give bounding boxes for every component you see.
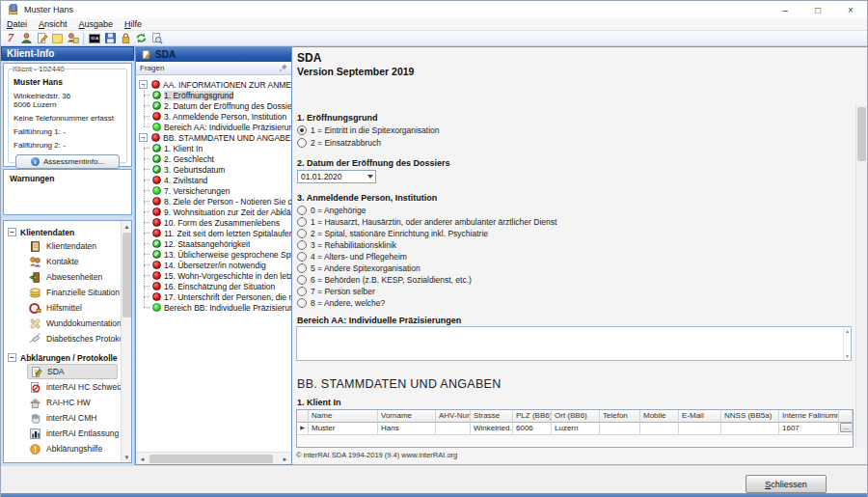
section-abklaerungen-protokolle[interactable]: − Abklärungen / Protokolle [4,351,131,364]
sidebar-item-interrai-hc-schweiz[interactable]: interRAI HC Schweiz [4,379,131,395]
sidebar-item-finanzielle-situation[interactable]: Finanzielle Situation [4,285,131,300]
sidebar-item-interrai-entlassung[interactable]: interRAI Entlassung [4,426,131,441]
save-icon[interactable] [102,31,118,45]
tree-item[interactable]: Bereich AA: Individuelle Präzisierungen [136,122,291,132]
schliessen-button[interactable]: Schliessen [746,475,827,493]
tree-item[interactable]: 12. Staatsangehörigkeit [136,238,291,249]
radio-icon[interactable] [297,275,307,285]
radio-icon[interactable] [297,217,307,227]
menu-datei[interactable]: Datei [1,19,33,29]
sidebar-item-klientendaten[interactable]: Klientendaten [4,238,131,254]
col-ahv[interactable]: AHV-Num... [436,410,471,423]
tree-item[interactable]: 3. Geburtsdatum [136,164,291,175]
q3-option-0[interactable]: 0 = Angehörige [297,206,366,215]
fragen-horizontal-scrollbar[interactable]: ◄ ► [136,452,291,464]
tree-item[interactable]: 7. Versicherungen [136,185,291,196]
collapse-icon[interactable]: − [8,353,16,362]
maximize-button[interactable]: □ [801,1,834,18]
section-pflegedaten[interactable]: − Pflegedaten [4,461,131,463]
collapse-icon[interactable]: − [8,228,16,236]
q3-option-4[interactable]: 4 = Alters- und Pflegeheim [297,252,407,262]
col-name[interactable]: Name [309,410,378,423]
form-scrollbar[interactable] [855,105,866,447]
sidebar-item-sda[interactable]: ✓ SDA [27,364,118,379]
radio-icon[interactable] [297,229,307,238]
q1-option-1[interactable]: 1 = Eintritt in die Spitexorganisation [297,125,439,135]
cell-ahv[interactable] [436,423,471,435]
q3-option-8[interactable]: 8 = Andere, welche? [297,298,385,308]
cell-email[interactable] [679,423,721,435]
col-email[interactable]: E-Mail [679,410,721,423]
q3-option-3[interactable]: 3 = Rehabilitationsklinik [297,240,396,250]
col-fallnummer[interactable]: Interne Fallnumm... [779,410,839,423]
cell-vorname[interactable]: Hans [378,423,436,435]
sidebar-item-interrai-cmh[interactable]: interRAI CMH [4,410,131,426]
scroll-down-icon[interactable]: ▼ [122,452,132,462]
lock-icon[interactable] [118,31,133,45]
pin-icon[interactable] [279,64,287,72]
scroll-left-icon[interactable]: ◄ [137,454,148,464]
person-icon[interactable] [18,31,34,45]
contact-badge-icon[interactable] [65,31,80,45]
tree-item[interactable]: 3. Anmeldende Person, Institution [136,111,291,122]
tree-item[interactable]: 15. Wohn-Vorgeschichte in den letzten 5 … [136,270,291,281]
q3-option-6[interactable]: 6 = Behörden (z.B. KESP, Sozialdienst, e… [297,275,472,285]
tree-item[interactable]: 16. Einschätzung der Situation [136,281,291,291]
ellipsis-button[interactable]: … [840,423,853,432]
tree-item[interactable]: 13. Üblicherweise gesprochene Sprache [136,249,291,260]
menu-ansicht[interactable]: Ansicht [33,19,73,29]
menu-hilfe[interactable]: Hilfe [119,19,148,29]
q3-option-2[interactable]: 2 = Spital, stationäre Einrichtung inkl.… [297,229,488,238]
cell-strasse[interactable]: Winkelried... [471,423,513,435]
sidebar-item-rai-hc-hw[interactable]: RAI-HC HW [4,395,131,410]
col-nnss[interactable]: NNSS (BB5a) [721,410,779,423]
cell-ort[interactable]: Luzern [552,423,600,435]
scroll-up-icon[interactable]: ▲ [122,221,132,232]
q3-option-5[interactable]: 5 = Andere Spitexorganisation [297,263,420,273]
tree-item[interactable]: 2. Geschlecht [136,153,291,164]
col-vorname[interactable]: Vorname [378,410,436,423]
radio-icon[interactable] [297,287,307,296]
textarea-scrollbar[interactable]: ▲▼ [843,327,851,360]
edit-document-icon[interactable] [34,31,49,45]
cell-name[interactable]: Muster [309,423,378,435]
sidebar-scrollbar[interactable]: ▲ ▼ [121,221,131,462]
radio-icon[interactable] [297,240,307,250]
tree-item[interactable]: Bereich BB: Individuelle Präzisierungen [136,302,291,313]
sidebar-item-abklaerungshilfe[interactable]: Abklärungshilfe [4,441,131,456]
minimize-button[interactable]: – [769,1,801,18]
table-row[interactable]: ▶ Muster Hans Winkelried... 6006 Luzern … [297,423,853,435]
tree-item[interactable]: 9. Wohnsituation zur Zeit der Abklärung [136,207,291,217]
cell-nnss[interactable] [721,423,779,435]
area-aa-textarea[interactable]: ▲▼ [296,326,852,361]
refresh-icon[interactable] [133,31,149,45]
radio-icon[interactable] [297,252,307,262]
tree-group[interactable]: −AA. INFORMATIONEN ZUR ANMELDUNG [136,79,291,90]
col-ort[interactable]: Ort (BB6) [552,410,600,423]
tree-item[interactable]: 11. Zeit seit dem letzten Spitalaufentha… [136,228,291,238]
radio-icon[interactable] [297,298,307,308]
col-mobile[interactable]: Mobile [640,410,679,423]
scroll-right-icon[interactable]: ► [280,454,290,464]
col-plz[interactable]: PLZ (BB6) [513,410,552,423]
col-strasse[interactable]: Strasse [471,410,513,423]
cell-telefon[interactable] [600,423,640,435]
scrollbar-thumb[interactable] [149,455,273,463]
scrollbar-thumb[interactable] [857,107,866,161]
cell-fallnummer[interactable]: 1607 [779,423,839,435]
scroll-down-icon[interactable]: ▼ [845,353,850,359]
cell-plz[interactable]: 6006 [513,423,552,435]
sidebar-item-wunddokumentation[interactable]: Wunddokumentation [4,316,131,331]
sidebar-item-hilfsmittel[interactable]: Hilfsmittel [4,300,131,316]
menu-ausgabe[interactable]: Ausgabe [73,19,120,29]
tree-item[interactable]: 1. Eröffnungsgrund [136,90,291,100]
radio-icon[interactable] [297,206,307,215]
screen-icon[interactable]: SDA [87,31,102,45]
q1-option-2[interactable]: 2 = Einsatzabbruch [297,138,381,148]
close-window-button[interactable]: × [834,1,867,18]
tree-item[interactable]: 4. Zivilstand [136,175,291,185]
section-klientendaten[interactable]: − Klientendaten [4,226,131,238]
q3-option-1[interactable]: 1 = Hausarzt, Hausärztin, oder anderer a… [297,217,556,227]
date-dropdown[interactable]: 01.01.2020 [297,170,376,183]
sidebar-item-diabetisches-protokoll[interactable]: Diabetisches Protokoll [4,331,131,346]
